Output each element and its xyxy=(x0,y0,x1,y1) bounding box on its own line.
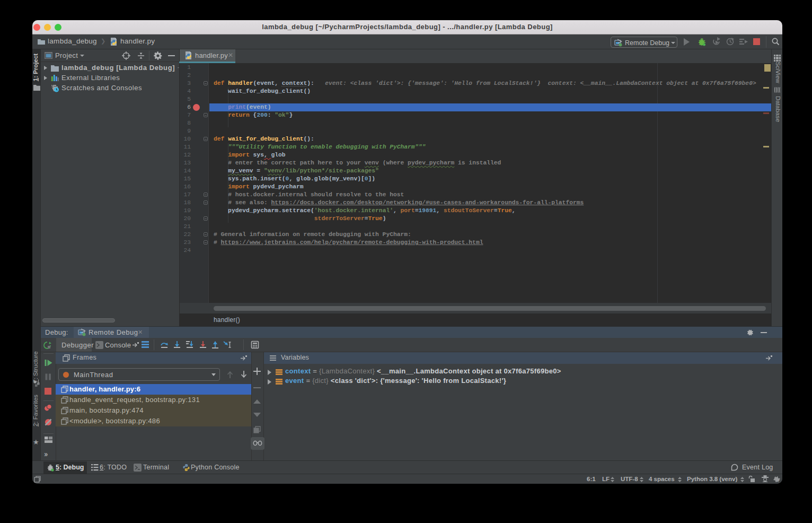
svg-text:?: ? xyxy=(777,478,780,483)
